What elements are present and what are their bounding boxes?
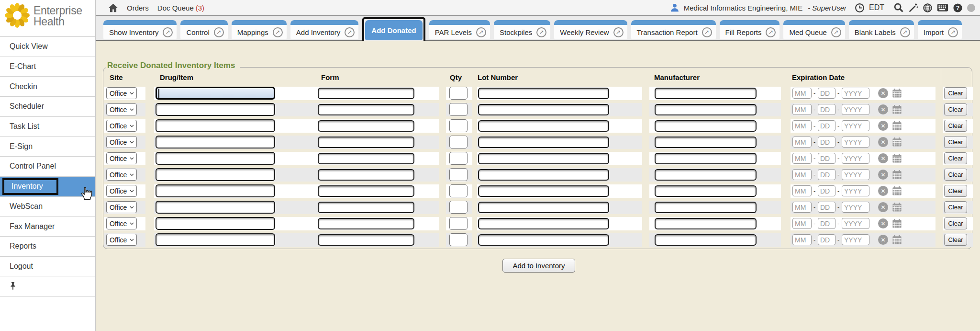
- site-select[interactable]: Office: [106, 136, 137, 148]
- clear-date-icon[interactable]: ✕: [878, 104, 888, 114]
- clear-row-button[interactable]: Clear: [944, 169, 967, 181]
- exp-day-input[interactable]: [818, 234, 835, 245]
- sidebar-item-scheduler[interactable]: Scheduler: [0, 97, 95, 117]
- site-select[interactable]: Office: [106, 87, 137, 99]
- exp-month-input[interactable]: [792, 218, 812, 229]
- exp-month-input[interactable]: [792, 153, 812, 164]
- manufacturer-input[interactable]: [655, 218, 757, 229]
- exp-year-input[interactable]: [842, 218, 869, 229]
- drug-item-input[interactable]: [156, 168, 275, 181]
- open-new-window-icon[interactable]: ↗: [163, 27, 173, 37]
- clear-date-icon[interactable]: ✕: [878, 218, 888, 228]
- lot-number-input[interactable]: [478, 120, 609, 132]
- keyboard-icon[interactable]: [937, 3, 948, 12]
- calendar-icon[interactable]: [891, 88, 902, 101]
- qty-input[interactable]: [449, 233, 468, 246]
- clear-date-icon[interactable]: ✕: [878, 170, 888, 180]
- exp-year-input[interactable]: [842, 137, 869, 148]
- form-input[interactable]: [318, 185, 414, 197]
- form-input[interactable]: [318, 234, 414, 246]
- drug-item-input[interactable]: [156, 87, 275, 100]
- exp-year-input[interactable]: [842, 185, 869, 196]
- calendar-icon[interactable]: [891, 104, 902, 117]
- site-select[interactable]: Office: [106, 201, 137, 213]
- calendar-icon[interactable]: [891, 153, 902, 166]
- clear-date-icon[interactable]: ✕: [878, 88, 888, 98]
- form-input[interactable]: [318, 104, 414, 115]
- tab-add-inventory[interactable]: Add Inventory ↗: [290, 20, 359, 39]
- sidebar-item-logout[interactable]: Logout: [0, 257, 95, 277]
- orders-link[interactable]: Orders: [127, 4, 149, 12]
- open-new-window-icon[interactable]: ↗: [345, 27, 355, 37]
- calendar-icon[interactable]: [891, 185, 902, 198]
- open-new-window-icon[interactable]: ↗: [948, 27, 958, 37]
- clear-row-button[interactable]: Clear: [944, 120, 967, 132]
- tab-par-levels[interactable]: PAR Levels ↗: [429, 20, 490, 39]
- clear-date-icon[interactable]: ✕: [878, 137, 888, 147]
- calendar-icon[interactable]: [891, 169, 902, 182]
- qty-input[interactable]: [449, 103, 468, 116]
- drug-item-input[interactable]: [156, 119, 275, 132]
- exp-month-input[interactable]: [792, 88, 812, 99]
- drug-item-input[interactable]: [156, 201, 275, 214]
- qty-input[interactable]: [449, 87, 468, 100]
- open-new-window-icon[interactable]: ↗: [766, 27, 776, 37]
- qty-input[interactable]: [449, 119, 468, 132]
- exp-month-input[interactable]: [792, 202, 812, 213]
- sidebar-item-checkin[interactable]: Checkin: [0, 77, 95, 97]
- qty-input[interactable]: [449, 184, 468, 197]
- lot-number-input[interactable]: [478, 185, 609, 197]
- drug-item-input[interactable]: [156, 103, 275, 116]
- manufacturer-input[interactable]: [655, 202, 757, 213]
- lot-number-input[interactable]: [478, 104, 609, 115]
- sidebar-item-quick-view[interactable]: Quick View: [0, 37, 95, 57]
- calendar-icon[interactable]: [891, 218, 902, 231]
- open-new-window-icon[interactable]: ↗: [702, 27, 712, 37]
- clear-row-button[interactable]: Clear: [944, 217, 967, 229]
- exp-year-input[interactable]: [842, 88, 869, 99]
- manufacturer-input[interactable]: [655, 153, 757, 164]
- tab-import[interactable]: Import ↗: [918, 20, 962, 39]
- exp-year-input[interactable]: [842, 104, 869, 115]
- tab-mappings[interactable]: Mappings ↗: [232, 20, 287, 39]
- home-icon[interactable]: [108, 3, 118, 12]
- exp-month-input[interactable]: [792, 137, 812, 148]
- qty-input[interactable]: [449, 201, 468, 214]
- drug-item-input[interactable]: [156, 217, 275, 230]
- drug-item-input[interactable]: [156, 233, 275, 246]
- sidebar-item-fax-manager[interactable]: Fax Manager: [0, 217, 95, 237]
- tab-stockpiles[interactable]: Stockpiles ↗: [494, 20, 550, 39]
- form-input[interactable]: [318, 202, 414, 213]
- sidebar-item-task-list[interactable]: Task List: [0, 117, 95, 137]
- globe-icon[interactable]: [923, 3, 933, 13]
- clear-row-button[interactable]: Clear: [944, 234, 967, 246]
- manufacturer-input[interactable]: [655, 234, 757, 246]
- exp-day-input[interactable]: [818, 104, 835, 115]
- exp-day-input[interactable]: [818, 153, 835, 164]
- exp-day-input[interactable]: [818, 88, 835, 99]
- site-select[interactable]: Office: [106, 169, 137, 181]
- open-new-window-icon[interactable]: ↗: [613, 27, 624, 37]
- form-input[interactable]: [318, 120, 414, 132]
- open-new-window-icon[interactable]: ↗: [536, 27, 546, 37]
- tab-transaction-report[interactable]: Transaction Report ↗: [631, 20, 716, 39]
- exp-month-input[interactable]: [792, 169, 812, 180]
- sidebar-pin-button[interactable]: [0, 276, 95, 297]
- exp-year-input[interactable]: [842, 234, 869, 245]
- calendar-icon[interactable]: [891, 202, 902, 215]
- exp-month-input[interactable]: [792, 185, 812, 196]
- drug-item-input[interactable]: [156, 152, 275, 165]
- clear-row-button[interactable]: Clear: [944, 152, 967, 164]
- qty-input[interactable]: [449, 168, 468, 181]
- tab-fill-reports[interactable]: Fill Reports ↗: [720, 20, 780, 39]
- manufacturer-input[interactable]: [655, 88, 757, 99]
- exp-month-input[interactable]: [792, 104, 812, 115]
- site-select[interactable]: Office: [106, 152, 137, 164]
- sidebar-item-control-panel[interactable]: Control Panel: [0, 157, 95, 177]
- clear-row-button[interactable]: Clear: [944, 87, 967, 99]
- form-input[interactable]: [318, 169, 414, 181]
- calendar-icon[interactable]: [891, 120, 902, 133]
- exp-day-input[interactable]: [818, 120, 835, 131]
- tab-med-queue[interactable]: Med Queue ↗: [783, 20, 845, 39]
- clear-row-button[interactable]: Clear: [944, 201, 967, 213]
